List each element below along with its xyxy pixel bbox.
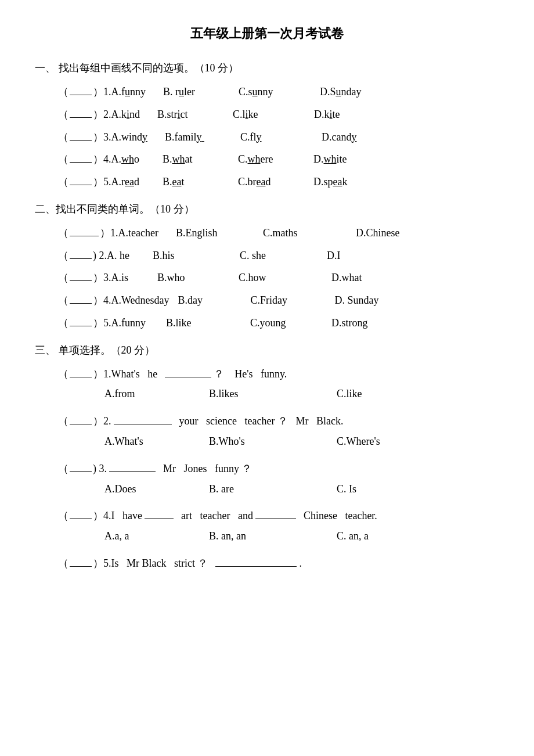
s3-q4: （）4.I have art teacher and Chinese teach… xyxy=(35,507,499,545)
table-row: （）5.A.read B.eat C.bread D.speak xyxy=(35,174,499,190)
table-row: （）4.A.Wednesday B.day C.Friday D. Sunday xyxy=(35,292,499,309)
q2-blank xyxy=(114,414,172,424)
section1-header: 一、 找出每组中画线不同的选项。（10 分） xyxy=(35,60,499,77)
table-row: （）4.A.who B.what C.where D.white xyxy=(35,151,499,168)
q4-blank2 xyxy=(255,509,296,519)
section3-header: 三、 单项选择。（20 分） xyxy=(35,342,499,359)
s3-q3: （) 3. Mr Jones funny ？ A.Does B. are C. … xyxy=(35,460,499,498)
table-row: （）3.A.windy B.family C.fly D.candy xyxy=(35,129,499,146)
table-row: （) 2.A. he B.his C. she D.I xyxy=(35,247,499,264)
q5-blank xyxy=(215,556,297,567)
q1-blank xyxy=(165,367,211,377)
table-row: （）5.A.funny B.like C.young D.strong xyxy=(35,315,499,332)
q4-blank1 xyxy=(145,509,174,519)
table-row: （）1.A. funny B. ruler C.sunny D.Sunday xyxy=(35,84,499,100)
s3-q1: （）1.What's he ？ He's funny. A.from B.lik… xyxy=(35,366,499,403)
q3-blank xyxy=(109,462,156,472)
page-title: 五年级上册第一次月考试卷 xyxy=(35,23,499,44)
s3-q5: （）5.Is Mr Black strict ？ . xyxy=(35,555,499,572)
table-row: （）1.A.teacher B.English C.maths D.Chines… xyxy=(35,225,499,242)
s3-q2: （）2. your science teacher ？ Mr Black. A.… xyxy=(35,413,499,450)
bracket-left: （ xyxy=(58,84,68,100)
bracket-right: ）1.A. xyxy=(93,84,121,100)
table-row: （）2.A.kind B.strict C.like D.kite xyxy=(35,106,499,123)
table-row: （）3.A.is B.who C.how D.what xyxy=(35,269,499,286)
section2-header: 二、找出不同类的单词。（10 分） xyxy=(35,201,499,218)
